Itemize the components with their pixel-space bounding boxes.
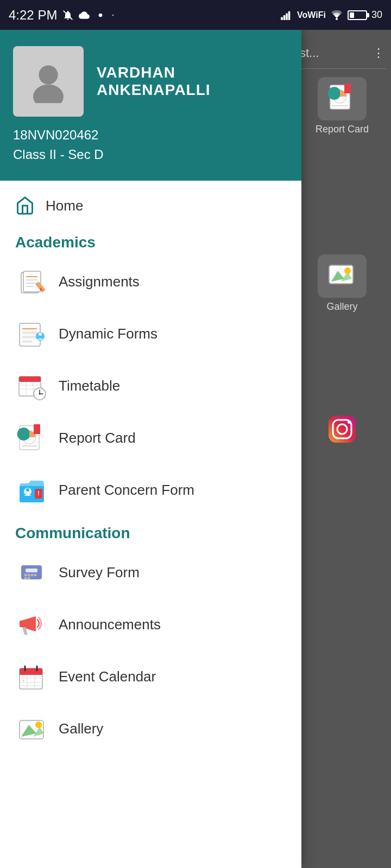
home-label: Home: [46, 197, 83, 214]
reportcard-nav-label: Report Card: [59, 430, 136, 446]
svg-point-45: [39, 393, 40, 394]
svg-point-20: [33, 85, 64, 103]
avatar: [13, 46, 84, 117]
right-panel-search: st... ⋮: [293, 41, 391, 66]
status-right: VoWiFi 30: [281, 9, 382, 21]
communication-header: Communication: [0, 516, 301, 546]
nav-item-announcements[interactable]: Announcements: [0, 598, 301, 650]
right-panel-gallery[interactable]: Gallery: [318, 254, 367, 312]
svg-point-18: [348, 420, 351, 424]
right-panel-grid: Report Card Gallery: [293, 72, 391, 454]
user-class: Class II - Sec D: [13, 145, 288, 164]
dynamicforms-label: Dynamic Forms: [59, 326, 157, 342]
nav-item-timetable[interactable]: Timetable: [0, 360, 301, 412]
nav-item-surveyform[interactable]: Survey Form: [0, 546, 301, 598]
timetable-label: Timetable: [59, 378, 120, 394]
svg-rect-62: [26, 569, 37, 572]
assignments-label: Assignments: [59, 273, 140, 290]
notification-dot: ·: [111, 9, 114, 21]
timetable-svg: [17, 371, 47, 401]
svg-rect-5: [288, 11, 291, 20]
svg-point-19: [39, 65, 58, 84]
nav-item-gallery[interactable]: Gallery: [0, 703, 301, 755]
right-panel-reportcard[interactable]: Report Card: [316, 77, 369, 135]
svg-rect-33: [22, 340, 32, 343]
announcements-icon: [15, 608, 48, 641]
home-svg: [15, 196, 35, 215]
home-icon: [15, 196, 35, 215]
user-id: 18NVN020462: [13, 125, 288, 145]
svg-point-6: [336, 18, 338, 20]
gallery-icon: [326, 260, 358, 292]
reportcard-nav-icon: [15, 422, 48, 454]
header-top: VARDHAN ANKENAPALLI: [13, 46, 288, 117]
gallery-label: Gallery: [326, 301, 357, 312]
dynamicforms-icon: [15, 317, 48, 350]
weather-icon: [95, 10, 106, 21]
instagram-icon-container: [323, 410, 361, 448]
battery-fill: [350, 12, 354, 18]
sidebar: VARDHAN ANKENAPALLI 18NVN020462 Class II…: [0, 30, 301, 868]
eventcalendar-label: Event Calendar: [59, 668, 156, 685]
nav-item-eventcalendar[interactable]: Event Calendar: [0, 650, 301, 703]
cloud-icon: [79, 10, 90, 21]
svg-point-59: [34, 573, 36, 576]
battery-percent: 30: [371, 9, 382, 21]
dynamicforms-svg: [17, 319, 47, 349]
gallery-icon-box: [318, 254, 367, 298]
svg-rect-22: [23, 271, 41, 292]
reportcard-label: Report Card: [316, 124, 369, 135]
nav-item-reportcard[interactable]: Report Card: [0, 412, 301, 464]
assignments-icon: [15, 265, 48, 298]
parentconcern-label: Parent Concern Form: [59, 482, 194, 499]
gallery-nav-label: Gallery: [59, 720, 103, 737]
gallery-nav-svg: [17, 714, 47, 744]
signal-icon: [281, 10, 293, 20]
announcements-label: Announcements: [59, 616, 161, 633]
vowifi-label: VoWiFi: [297, 10, 326, 20]
bottom-spacer: [0, 755, 301, 776]
svg-rect-66: [20, 673, 42, 675]
svg-point-14: [344, 267, 351, 274]
surveyform-icon: [15, 556, 48, 589]
instagram-icon: [326, 413, 358, 445]
right-panel: st... ⋮: [293, 30, 391, 868]
user-details: VARDHAN ANKENAPALLI: [97, 64, 288, 99]
svg-point-60: [24, 577, 27, 579]
more-options-icon[interactable]: ⋮: [373, 46, 384, 60]
nav-item-parentconcern[interactable]: ! Parent Concern Form: [0, 464, 301, 516]
svg-point-57: [27, 573, 30, 576]
status-left: 4:22 PM ·: [9, 8, 114, 23]
reportcard-nav-svg: [17, 423, 47, 453]
svg-rect-4: [286, 13, 288, 20]
main-wrapper: st... ⋮: [0, 30, 391, 868]
svg-rect-3: [283, 15, 286, 20]
search-text: st...: [300, 46, 319, 60]
svg-point-78: [35, 722, 42, 728]
nav-item-assignments[interactable]: Assignments: [0, 256, 301, 308]
svg-rect-32: [22, 336, 37, 339]
right-panel-instagram[interactable]: [323, 410, 361, 448]
svg-point-35: [39, 333, 42, 336]
home-item[interactable]: Home: [0, 186, 301, 225]
reportcard-icon: [326, 82, 358, 115]
svg-rect-2: [281, 17, 283, 20]
eventcalendar-icon: [15, 660, 48, 693]
svg-point-52: [26, 488, 29, 492]
avatar-silhouette: [27, 60, 70, 103]
parentconcern-svg: !: [17, 475, 47, 505]
reportcard-icon-box: [318, 77, 367, 120]
user-info: 18NVN020462 Class II - Sec D: [13, 125, 288, 164]
assignments-svg: [17, 267, 47, 297]
user-name: VARDHAN ANKENAPALLI: [97, 64, 288, 99]
alarm-off-icon: [62, 10, 73, 21]
svg-rect-31: [22, 331, 37, 334]
nav-item-dynamicforms[interactable]: Dynamic Forms: [0, 308, 301, 360]
timetable-icon: [15, 369, 48, 402]
surveyform-label: Survey Form: [59, 564, 140, 581]
battery-icon: [348, 10, 367, 20]
surveyform-svg: [17, 558, 47, 588]
time-display: 4:22 PM: [9, 8, 57, 23]
wifi-icon: [330, 10, 343, 20]
svg-point-58: [30, 573, 33, 576]
